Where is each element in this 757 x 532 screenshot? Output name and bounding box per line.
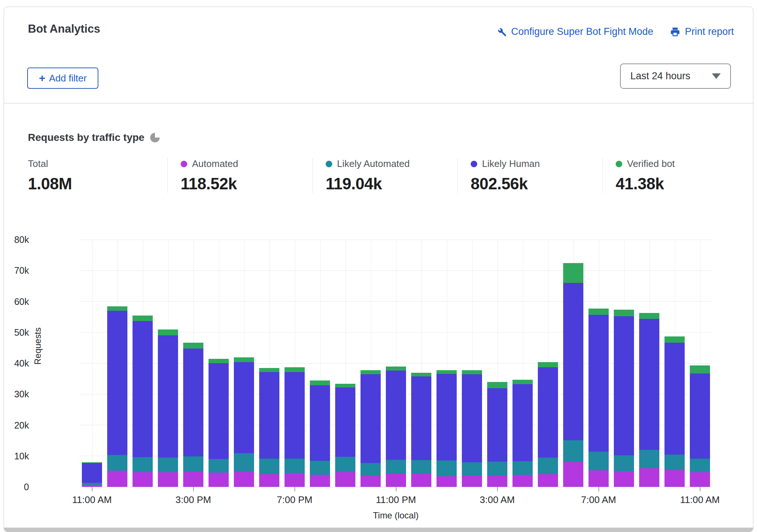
segment-likely-automated	[133, 457, 153, 472]
y-tick-label: 30k	[4, 389, 29, 400]
segment-automated	[588, 470, 609, 487]
segment-automated	[614, 471, 634, 487]
segment-likely-automated	[335, 457, 355, 471]
segment-likely-human	[234, 362, 254, 453]
x-tick-mark	[700, 487, 700, 491]
segment-likely-human	[361, 374, 381, 463]
segment-verified-bot	[664, 336, 685, 343]
segment-likely-automated	[437, 460, 457, 476]
segment-verified-bot	[310, 380, 330, 385]
segment-verified-bot	[183, 343, 203, 348]
segment-likely-human	[285, 372, 305, 458]
x-tick-label: 11:00 PM	[356, 494, 437, 506]
segment-automated	[462, 475, 482, 487]
bot-analytics-card: Bot Analytics Configure Super Bot Fight …	[4, 7, 753, 532]
segment-verified-bot	[588, 309, 609, 315]
segment-likely-human	[107, 311, 127, 455]
x-tick-label: 7:00 AM	[558, 494, 639, 506]
segment-automated	[259, 474, 279, 487]
segment-likely-human	[411, 376, 431, 460]
segment-automated	[158, 472, 178, 487]
x-tick-label: 3:00 PM	[153, 494, 234, 506]
x-tick-mark	[193, 487, 194, 491]
bar-10-00-pm	[361, 370, 381, 487]
segment-likely-automated	[107, 455, 127, 471]
bar-3-00-pm	[183, 343, 203, 487]
segment-verified-bot	[437, 370, 457, 374]
segment-likely-automated	[614, 455, 634, 471]
segment-likely-automated	[538, 458, 558, 474]
bar-11-00-am	[82, 462, 102, 487]
segment-likely-human	[259, 372, 279, 459]
segment-verified-bot	[386, 367, 406, 371]
bar-6-00-am	[563, 263, 583, 487]
segment-likely-automated	[462, 462, 482, 475]
segment-likely-human	[310, 385, 330, 461]
segment-verified-bot	[639, 313, 659, 319]
segment-automated	[563, 462, 583, 487]
segment-automated	[690, 472, 710, 487]
segment-verified-bot	[107, 306, 127, 311]
segment-verified-bot	[563, 263, 583, 283]
y-tick-label: 70k	[4, 265, 29, 276]
segment-automated	[411, 474, 431, 487]
bar-6-00-pm	[259, 368, 279, 487]
segment-likely-automated	[487, 462, 507, 475]
x-tick-mark	[497, 487, 498, 491]
segment-automated	[538, 474, 558, 487]
bar-7-00-pm	[285, 367, 305, 487]
bar-9-00-am	[639, 313, 659, 487]
segment-verified-bot	[614, 310, 634, 316]
segment-likely-human	[335, 387, 355, 457]
segment-likely-automated	[563, 440, 583, 462]
x-axis-title: Time (local)	[373, 510, 419, 521]
segment-verified-bot	[259, 368, 279, 372]
segment-verified-bot	[234, 357, 254, 362]
segment-automated	[183, 472, 203, 487]
y-tick-label: 0	[4, 482, 29, 492]
segment-automated	[386, 474, 406, 487]
bar-11-00-am	[690, 365, 710, 487]
y-tick-label: 50k	[4, 327, 29, 338]
segment-verified-bot	[133, 316, 153, 321]
segment-likely-automated	[512, 461, 533, 475]
segment-likely-human	[690, 374, 710, 459]
segment-likely-human	[588, 315, 609, 452]
segment-likely-human	[563, 283, 583, 440]
segment-likely-automated	[588, 452, 609, 470]
x-tick-mark	[92, 487, 93, 491]
segment-verified-bot	[335, 384, 355, 387]
segment-automated	[361, 476, 381, 487]
segment-automated	[487, 475, 507, 487]
segment-likely-automated	[411, 460, 431, 474]
bar-3-00-am	[487, 382, 507, 487]
segment-verified-bot	[285, 367, 305, 372]
segment-likely-human	[538, 367, 558, 458]
segment-likely-automated	[285, 459, 305, 473]
segment-automated	[335, 472, 355, 487]
bar-4-00-pm	[209, 359, 229, 487]
y-axis-title: Requests	[33, 328, 43, 365]
segment-likely-automated	[209, 459, 229, 473]
bar-12-00-pm	[107, 306, 127, 487]
segment-likely-automated	[639, 450, 659, 468]
x-tick-label: 11:00 AM	[52, 494, 133, 506]
segment-automated	[310, 475, 330, 487]
plot-area: 010k20k30k40k50k60k70k80k11:00 AM3:00 PM…	[79, 240, 713, 487]
next-section-divider	[4, 528, 753, 532]
bar-10-00-am	[664, 336, 685, 487]
segment-automated	[664, 470, 685, 487]
segment-automated	[133, 472, 153, 487]
segment-verified-bot	[538, 362, 558, 367]
segment-automated	[234, 472, 254, 487]
segment-likely-human	[183, 349, 203, 457]
bar-12-00-am	[411, 373, 431, 487]
bar-1-00-am	[437, 370, 457, 487]
segment-likely-human	[639, 319, 659, 450]
segment-likely-human	[462, 374, 482, 463]
bar-2-00-am	[462, 370, 482, 487]
bar-4-00-am	[512, 380, 533, 487]
segment-likely-human	[614, 316, 634, 455]
segment-automated	[639, 468, 659, 487]
bar-9-00-pm	[335, 384, 355, 487]
